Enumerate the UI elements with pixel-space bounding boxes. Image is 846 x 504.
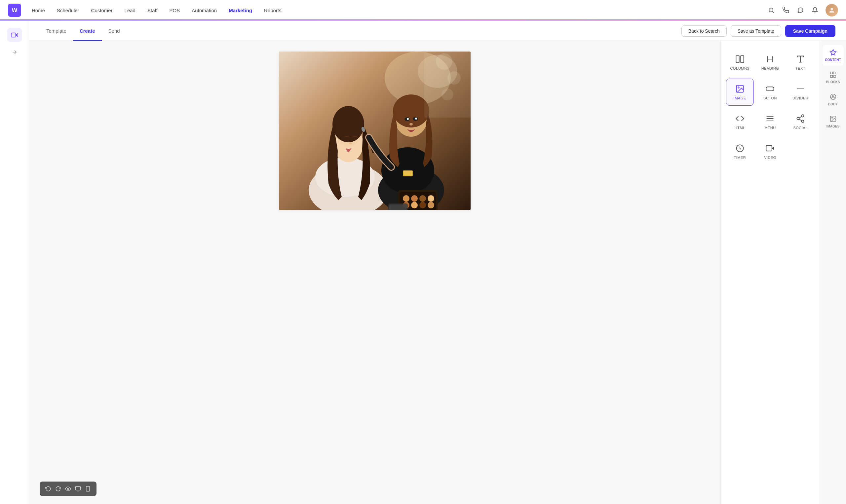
svg-rect-65 xyxy=(833,72,835,74)
save-as-template-button[interactable]: Save as Template xyxy=(731,25,781,37)
redo-button[interactable] xyxy=(54,484,63,493)
side-tab-blocks[interactable]: BLOCKS xyxy=(823,67,844,88)
back-to-search-button[interactable]: Back to Search xyxy=(682,25,727,37)
tool-video[interactable]: VIDEO xyxy=(756,138,784,165)
email-canvas[interactable] xyxy=(279,52,471,210)
svg-rect-66 xyxy=(830,75,832,77)
content-area: Template Create Send Back to Search Save… xyxy=(29,21,846,504)
divider-icon xyxy=(796,84,805,93)
nav-automation[interactable]: Automation xyxy=(192,6,217,15)
topnav-right xyxy=(768,4,838,17)
svg-point-57 xyxy=(802,120,804,123)
svg-point-35 xyxy=(428,202,434,209)
user-avatar[interactable] xyxy=(826,4,838,17)
blocks-tab-label: BLOCKS xyxy=(826,80,840,84)
nav-scheduler[interactable]: Scheduler xyxy=(57,6,79,15)
svg-rect-44 xyxy=(736,56,739,63)
undo-button[interactable] xyxy=(43,484,53,493)
svg-point-41 xyxy=(441,89,453,101)
svg-rect-45 xyxy=(741,56,743,63)
app-logo[interactable]: W xyxy=(8,4,21,17)
svg-point-14 xyxy=(349,142,352,144)
canvas-main xyxy=(29,41,720,504)
body-tab-icon xyxy=(829,93,837,101)
sidebar-collapse-button[interactable] xyxy=(7,48,22,57)
svg-rect-4 xyxy=(11,33,16,37)
whatsapp-icon[interactable] xyxy=(796,6,804,14)
images-tab-label: IMAGES xyxy=(827,125,840,128)
main-layout: Template Create Send Back to Search Save… xyxy=(0,21,846,504)
video-icon xyxy=(765,144,775,153)
side-tab-body[interactable]: BODY xyxy=(823,89,844,110)
tool-timer[interactable]: TIMER xyxy=(726,138,754,165)
tab-send[interactable]: Send xyxy=(102,21,127,41)
tool-html[interactable]: HTML xyxy=(726,108,754,136)
svg-point-56 xyxy=(797,118,799,120)
svg-point-31 xyxy=(428,195,434,202)
svg-point-69 xyxy=(832,95,834,97)
nav-underline xyxy=(0,19,846,20)
nav-items: Home Scheduler Customer Lead Staff POS A… xyxy=(32,6,768,15)
menu-label: MENU xyxy=(764,126,776,130)
tool-heading[interactable]: HEADING xyxy=(756,49,784,76)
heading-label: HEADING xyxy=(761,66,779,70)
nav-pos[interactable]: POS xyxy=(170,6,180,15)
svg-point-0 xyxy=(769,8,773,12)
desktop-view-button[interactable] xyxy=(73,484,83,493)
svg-rect-43 xyxy=(389,204,407,210)
tool-text[interactable]: TEXT xyxy=(787,49,814,76)
heading-icon xyxy=(765,54,775,64)
nav-home[interactable]: Home xyxy=(32,6,45,15)
tool-button[interactable]: BUTON xyxy=(756,78,784,106)
sidebar-marketing-icon[interactable] xyxy=(7,28,22,42)
preview-button[interactable] xyxy=(64,484,73,493)
phone-icon[interactable] xyxy=(782,6,790,14)
html-icon xyxy=(735,114,744,123)
content-tab-label: CONTENT xyxy=(825,58,841,62)
nav-customer[interactable]: Customer xyxy=(91,6,113,15)
tool-social[interactable]: SOCIAL xyxy=(787,108,814,136)
svg-marker-3 xyxy=(16,33,18,36)
topnav: W Home Scheduler Customer Lead Staff POS… xyxy=(0,0,846,21)
tab-template[interactable]: Template xyxy=(40,21,73,41)
svg-rect-73 xyxy=(76,486,81,490)
mobile-view-button[interactable] xyxy=(83,484,92,493)
timer-icon xyxy=(735,144,744,153)
nav-marketing[interactable]: Marketing xyxy=(229,6,252,15)
canvas-image-block[interactable] xyxy=(279,52,471,210)
video-label: VIDEO xyxy=(764,156,776,160)
svg-point-39 xyxy=(436,53,453,70)
tool-divider[interactable]: DIVIDER xyxy=(787,78,814,106)
timer-label: TIMER xyxy=(734,156,746,160)
svg-marker-63 xyxy=(830,50,836,55)
html-label: HTML xyxy=(735,126,745,130)
body-tab-label: BODY xyxy=(828,102,838,106)
svg-point-30 xyxy=(419,195,426,202)
svg-point-72 xyxy=(67,488,69,490)
nav-lead[interactable]: Lead xyxy=(125,6,136,15)
button-icon xyxy=(765,84,775,93)
svg-point-28 xyxy=(403,195,409,202)
save-campaign-button[interactable]: Save Campaign xyxy=(785,25,835,37)
search-icon[interactable] xyxy=(768,6,775,14)
tool-columns[interactable]: COLUMNS xyxy=(726,49,754,76)
bell-icon[interactable] xyxy=(811,6,819,14)
text-icon xyxy=(796,54,805,64)
image-label: IMAGE xyxy=(734,96,746,100)
svg-point-34 xyxy=(419,202,426,209)
side-tab-images[interactable]: IMAGES xyxy=(823,111,844,132)
svg-rect-37 xyxy=(404,171,412,176)
nav-reports[interactable]: Reports xyxy=(264,6,282,15)
svg-rect-67 xyxy=(833,75,835,77)
social-label: SOCIAL xyxy=(793,126,807,130)
divider-label: DIVIDER xyxy=(792,96,808,100)
tool-menu[interactable]: MENU xyxy=(756,108,784,136)
svg-point-71 xyxy=(831,117,832,118)
image-icon xyxy=(735,84,744,93)
social-icon xyxy=(796,114,805,123)
side-tab-content[interactable]: CONTENT xyxy=(823,45,844,66)
nav-staff[interactable]: Staff xyxy=(147,6,158,15)
tool-image[interactable]: IMAGE xyxy=(726,78,754,106)
svg-point-33 xyxy=(411,202,418,209)
tab-create[interactable]: Create xyxy=(73,21,102,41)
